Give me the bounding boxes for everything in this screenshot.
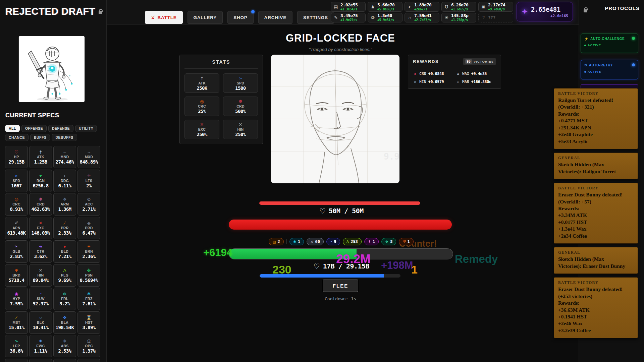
spec-cell-lfs[interactable]: ✛LFS2%: [77, 170, 100, 192]
resource-value: 1.8e60: [377, 13, 394, 18]
protocol-card-auto-retry[interactable]: ↻AUTO-RETRYACTIVE: [581, 60, 638, 79]
buff-chip-plague-stack[interactable]: Λ253: [343, 238, 362, 245]
protocol-card-auto-challenge[interactable]: ⚡AUTO-CHALLENGEACTIVE: [581, 34, 638, 53]
spec-cell-abs[interactable]: ❖ABS2.53%: [53, 335, 76, 357]
spec-cell-bla[interactable]: ❖BLA198.54K: [53, 311, 76, 334]
spec-cell-brn[interactable]: ✴BRN2.36%: [77, 240, 100, 263]
tab-battle[interactable]: ⚔BATTLE: [145, 11, 183, 24]
resource-rate: +2e67/s: [414, 8, 431, 11]
spec-cell-atk[interactable]: †ATK1.25B: [29, 146, 52, 168]
spec-cell-mst[interactable]: ∕MST15.01%: [5, 311, 28, 334]
protocol-status-label: ACTIVE: [588, 70, 601, 73]
protocol-toggle[interactable]: [632, 37, 635, 40]
premium-currency-panel: ✦ 2.65e481 +2.6e165: [517, 2, 573, 21]
crd-stat-icon: ✵: [239, 99, 243, 104]
spec-value: 29.15B: [9, 159, 24, 165]
spec-cell-hin[interactable]: ✕HIN89.04%: [29, 264, 52, 287]
spec-label: CRD: [37, 202, 45, 206]
buff-chip-burst-buff[interactable]: ✺1: [289, 238, 304, 245]
spec-cell-crd[interactable]: ✵CRD462.63%: [29, 193, 52, 216]
diamond-spark-icon: ✦: [521, 8, 528, 16]
spec-value: 2.33%: [58, 230, 71, 236]
toast-general[interactable]: GENERALSketch Hidden (Max Victories): Er…: [554, 247, 638, 274]
spec-cell-hyp[interactable]: ◉HYP7.59%: [5, 288, 28, 310]
attack-bar-fill: [229, 249, 357, 259]
spec-value: 3.89%: [82, 325, 95, 330]
spec-cell-ewc[interactable]: ✶EWC1.11%: [29, 335, 52, 357]
enemy-hp-bar: [259, 201, 420, 205]
spec-cell-glb[interactable]: ✂GLB2.83%: [5, 240, 28, 263]
toast-battle-victory[interactable]: BATTLE VICTORYEraser Dust Bunny defeated…: [554, 183, 638, 244]
stat-value: 250%: [197, 132, 207, 137]
filter-buffs[interactable]: BUFFS: [30, 134, 50, 141]
spec-cell-hp[interactable]: ♡HP29.15B: [5, 146, 28, 168]
protocol-toggle[interactable]: [632, 63, 635, 66]
toast-general[interactable]: GENERALSketch Hidden (Max Victories): Ra…: [554, 153, 638, 179]
spec-value: 3.62%: [34, 254, 47, 259]
buff-count: 1: [408, 239, 410, 244]
filter-all[interactable]: ALL: [5, 125, 20, 132]
enemy-stats-panel: STATS †ATK250K➣SPD1500◎CRC25%✵CRD500%✕EX…: [179, 55, 263, 144]
spec-cell-slw[interactable]: ◔SLW52.37%: [29, 288, 52, 310]
spec-cell-spd[interactable]: ➣SPD1667: [5, 170, 28, 192]
spec-cell-apn[interactable]: ✐APN619.48K: [5, 217, 28, 239]
buff-chip-shield-buff[interactable]: ❖8: [381, 238, 396, 245]
spec-cell-prd[interactable]: ◆PRD6.47%: [77, 217, 100, 239]
spec-cell-psn[interactable]: ✤PSN0.5694%: [77, 264, 100, 287]
resource-rate: +5.8e66/s: [377, 8, 394, 11]
reward-mar: ✒MAR+166.88Oc: [456, 79, 496, 84]
toast-battle-victory[interactable]: BATTLE VICTORYRailgun Turret defeated! (…: [554, 88, 638, 149]
buff-chip-slow-debuff[interactable]: ◔9: [326, 238, 340, 245]
flee-button[interactable]: FLEE: [323, 280, 358, 292]
buff-chip-scroll-buff[interactable]: ▤2: [269, 238, 284, 245]
spec-cell-ctr[interactable]: ➜CTR3.62%: [29, 240, 52, 263]
spec-cell-opc[interactable]: ΩOPC1.37%: [77, 335, 100, 357]
spec-cell-crc[interactable]: ◎CRC8.91%: [5, 193, 28, 216]
buff-chip-rocket-buff[interactable]: ↟1: [364, 238, 379, 245]
spec-cell-acc[interactable]: ⊙ACC2.71%: [77, 193, 100, 216]
spec-cell-mxd[interactable]: →MXD848.89%: [77, 146, 100, 168]
tab-shop[interactable]: SHOP: [227, 11, 253, 24]
filter-offense[interactable]: OFFENSE: [21, 125, 47, 132]
spec-cell-blk[interactable]: ○BLK10.41%: [29, 311, 52, 334]
tab-settings[interactable]: SETTINGS: [297, 11, 334, 24]
resource-mug: ℧6.26e70+1.6e65/s: [441, 2, 476, 12]
glb-stat-icon: ✂: [15, 244, 18, 249]
tab-archive[interactable]: ARCHIVE: [258, 11, 292, 24]
filter-defense[interactable]: DEFENSE: [48, 125, 73, 132]
spec-cell-ddg[interactable]: ◗DDG6.11%: [53, 170, 76, 192]
buff-chip-flame-buff[interactable]: Ψ1: [399, 238, 413, 245]
spec-cell-exc[interactable]: ✕EXC148.03%: [29, 217, 52, 239]
toast-header: BATTLE VICTORY: [558, 281, 634, 285]
toast-battle-victory[interactable]: BATTLE VICTORYEraser Dust Bunny defeated…: [554, 277, 638, 338]
tab-bar: ⚔BATTLEGALLERYSHOPARCHIVESETTINGS: [145, 11, 334, 24]
spec-value: 198.54K: [56, 325, 74, 330]
spec-label: EXC: [37, 226, 45, 230]
atk-stat-icon: †: [201, 76, 203, 81]
filter-chance[interactable]: CHANCE: [5, 134, 29, 141]
spec-value: 6.47%: [82, 230, 95, 236]
spec-cell-frz[interactable]: ❄FRZ7.61%: [77, 288, 100, 310]
buff-chip-hinder-debuff[interactable]: ✕60: [307, 238, 324, 245]
resource-text: 7.59e41+2.7e37/s: [414, 13, 431, 22]
filter-utility[interactable]: UTILITY: [75, 125, 97, 132]
spec-cell-brd[interactable]: ΨBRD5718.4: [5, 264, 28, 287]
tab-gallery[interactable]: GALLERY: [187, 11, 223, 24]
filter-debuffs[interactable]: DEBUFFS: [52, 134, 77, 141]
stat-label: ATK: [198, 81, 206, 85]
hp-stat-icon: ♡: [14, 149, 18, 155]
spec-cell-prr[interactable]: ∕PRR2.33%: [53, 217, 76, 239]
spec-cell-bld[interactable]: ♦BLD7.21%: [53, 240, 76, 263]
spec-cell-rgn[interactable]: ♥RGN6256.8: [29, 170, 52, 192]
resource-ink-bottle: ⌂7.59e41+2.7e37/s: [405, 13, 439, 22]
spec-cell-lep[interactable]: ∿LEP36.8%: [5, 335, 28, 357]
spec-cell-mnd[interactable]: ←MND274.46%: [53, 146, 76, 168]
enemy-big-hp-bar: [229, 220, 452, 230]
lfs-stat-icon: ✛: [87, 173, 91, 178]
reward-value: +0.0848: [428, 71, 444, 76]
spec-cell-plg[interactable]: ΛPLG9.69%: [53, 264, 76, 287]
spec-cell-hst[interactable]: ⌛HST3.89%: [77, 311, 100, 334]
spec-cell-arm[interactable]: ❖ARM1.36M: [53, 193, 76, 216]
spec-cell-frl[interactable]: ⊗FRL3.2%: [53, 288, 76, 310]
reward-label: MAR: [462, 79, 469, 84]
